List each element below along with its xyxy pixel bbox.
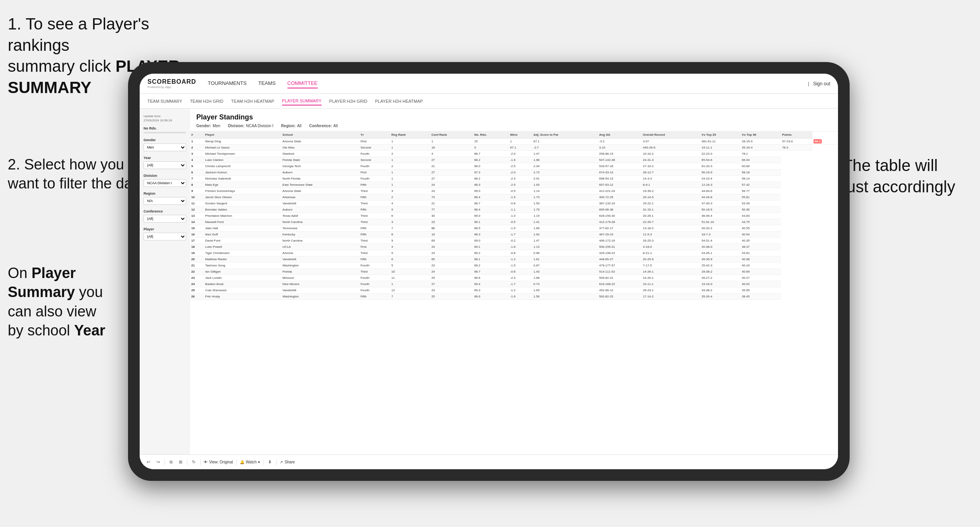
table-cell-19-5: 65 (430, 256, 473, 263)
table-cell-1-11: 19-11-1 (700, 145, 741, 151)
table-cell-4-1: Christo Lamprecht (204, 163, 281, 169)
table-cell-12-8: 1.15 (532, 213, 598, 219)
sign-out-link[interactable]: Sign out (813, 81, 830, 86)
download-btn[interactable]: ⬇ (267, 459, 273, 465)
col-no-rds: No. Rds. (473, 131, 509, 138)
table-cell-8-7: -0.5 (509, 188, 532, 194)
table-cell-1-7: 67.1 (509, 145, 532, 151)
table-row: 17David FordNorth CarolinaThird96969.0-0… (190, 238, 838, 244)
table-cell-6-1: Nicholas Gabrelcik (204, 176, 281, 182)
table-cell-13-5: 23 (430, 219, 473, 225)
table-cell-4-11: 61-20-3 (700, 163, 741, 169)
table-cell-13-0: 14 (190, 219, 204, 225)
table-cell-10-10: 25-22-1 (642, 200, 700, 207)
table-cell-2-3: Fourth (359, 151, 390, 157)
table-cell-18-2: Arizona (281, 250, 359, 256)
table-cell-24-5: 23 (430, 287, 473, 294)
sidebar-gender: Gender Men (144, 138, 186, 151)
table-cell-7-2: East Tennessee State (281, 182, 359, 188)
region-select[interactable]: N/A (144, 197, 186, 205)
table-cell-11-5: 77 (430, 207, 473, 213)
table-cell-3-0: 4 (190, 157, 204, 163)
table-cell-9-10: 20-14-5 (642, 194, 700, 200)
filter-region-label: Region: (281, 124, 296, 128)
table-cell-18-1: Tiger Christensen (204, 250, 281, 256)
table-cell-23-6: 69.4 (473, 281, 509, 287)
table-cell-18-8: 0.96 (532, 250, 598, 256)
undo-btn[interactable]: ↩ (145, 459, 152, 465)
nav-link-teams[interactable]: TEAMS (258, 79, 276, 88)
conference-select[interactable]: (All) (144, 215, 186, 223)
table-cell-13-1: Maxwell Ford (204, 219, 281, 225)
table-cell-4-8: 2.34 (532, 163, 598, 169)
subnav-player-summary[interactable]: PLAYER SUMMARY (282, 97, 322, 105)
table-cell-5-12: 58.18 (741, 169, 781, 176)
table-row: 18Luke PowellUCLAFirst42469.1-1.81.13500… (190, 244, 838, 250)
share-btn[interactable]: ↗ Share (280, 460, 295, 464)
table-cell-15-7: -1.7 (509, 232, 532, 238)
table-cell-21-3: Third (359, 269, 390, 275)
table-cell-22-9: 509-82-21 (598, 275, 642, 281)
table-cell-17-5: 24 (430, 244, 473, 250)
table-cell-19-9: 448-85-27 (598, 256, 642, 263)
table-cell-16-7: -0.2 (509, 238, 532, 244)
table-cell-17-1: Luke Powell (204, 244, 281, 250)
table-cell-15-8: 1.92 (532, 232, 598, 238)
table-cell-7-10: 8-6-1 (642, 182, 700, 188)
subnav-player-h2h-grid[interactable]: PLAYER H2H GRID (329, 97, 367, 105)
table-row: 3Michael ThorbjornsenStanfordFourth2468.… (190, 151, 838, 157)
table-cell-25-1: Petr Hruby (204, 294, 281, 300)
refresh-btn[interactable]: ↻ (190, 459, 197, 465)
player-select[interactable]: (All) (144, 233, 186, 240)
table-cell-12-11: 38-46-4 (700, 213, 741, 219)
tablet-screen: SCOREBOARD Powered by clipp TOURNAMENTS … (140, 74, 838, 469)
watch-btn[interactable]: 🔔 Watch ▾ (240, 460, 260, 464)
subnav-player-h2h-heatmap[interactable]: PLAYER H2H HEATMAP (375, 97, 423, 105)
division-select[interactable]: NCAA Division I (144, 179, 186, 187)
table-row: 1Wenyi DingArizona StateFirst1115167.1-3… (190, 138, 838, 145)
share-label: Share (284, 460, 295, 464)
redo-btn[interactable]: ↪ (155, 459, 161, 465)
table-cell-23-4: 1 (390, 281, 430, 287)
nav-link-tournaments[interactable]: TOURNAMENTS (208, 79, 247, 88)
paste-btn[interactable]: ⊞ (177, 459, 184, 465)
copy-btn[interactable]: ⧉ (168, 459, 174, 465)
sidebar-division: Division NCAA Division I (144, 174, 186, 187)
table-cell-6-12: 58.14 (741, 176, 781, 182)
table-cell-6-9: 698-54-13 (598, 176, 642, 182)
table-cell-13-2: North Carolina (281, 219, 359, 225)
table-cell-21-9: 514-111-52 (598, 269, 642, 275)
table-cell-22-12: 40.27 (741, 275, 781, 281)
table-cell-10-5: 21 (430, 200, 473, 207)
table-cell-10-0: 11 (190, 200, 204, 207)
table-cell-5-6: 67.3 (473, 169, 509, 176)
table-cell-24-3: Fourth (359, 287, 390, 294)
subnav-team-summary[interactable]: TEAM SUMMARY (147, 97, 182, 105)
bottom-toolbar: ↩ ↪ ⧉ ⊞ ↻ 👁 View: Original 🔔 Watch ▾ ⬇ ↗ (140, 454, 838, 469)
table-cell-6-4: 1 (390, 176, 430, 182)
table-cell-16-11: 54-51-4 (700, 238, 741, 244)
table-cell-22-5: 25 (430, 275, 473, 281)
subnav-team-h2h-grid[interactable]: TEAM H2H GRID (190, 97, 223, 105)
table-cell-19-12: 40.98 (741, 256, 781, 263)
subnav-team-h2h-heatmap[interactable]: TEAM H2H HEATMAP (231, 97, 274, 105)
nav-link-committee[interactable]: COMMITTEE (287, 79, 318, 88)
gender-select[interactable]: Men (144, 143, 186, 151)
table-cell-19-7: -1.2 (509, 256, 532, 263)
eye-icon: 👁 (204, 460, 208, 464)
table-cell-0-0: 1 (190, 138, 204, 145)
table-cell-24-6: 69.3 (473, 287, 509, 294)
main-content: Update time: 27/03/2024 16:56:26 No Rds.… (140, 109, 838, 454)
table-cell-2-7: -2.0 (509, 151, 532, 157)
view-original-btn[interactable]: 👁 View: Original (204, 460, 233, 464)
table-cell-17-10: 4-18-0 (642, 244, 700, 250)
table-cell-2-8: 1.47 (532, 151, 598, 157)
table-cell-18-9: 429-198-22 (598, 250, 642, 256)
table-cell-20-3: Fourth (359, 263, 390, 269)
sidebar: Update time: 27/03/2024 16:56:26 No Rds.… (140, 109, 190, 454)
year-select[interactable]: (All) (144, 161, 186, 169)
table-cell-0-13: 57-23-0 (781, 138, 812, 145)
table-cell-10-2: Vanderbilt (281, 200, 359, 207)
table-cell-22-1: Jack Lundin (204, 275, 281, 281)
table-cell-9-12: 55.81 (741, 194, 781, 200)
